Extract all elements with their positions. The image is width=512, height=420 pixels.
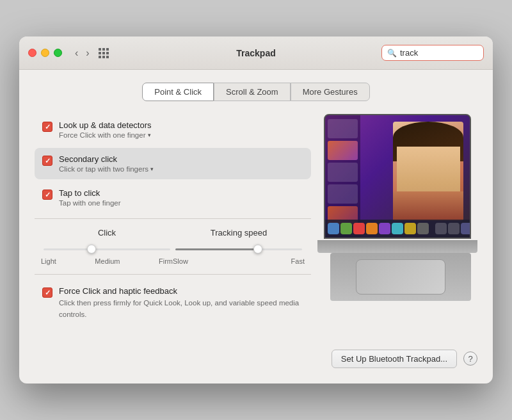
- secondary-click-title: Secondary click: [59, 154, 303, 164]
- setting-secondary-click: Secondary click Click or tap with two fi…: [35, 148, 311, 179]
- main-area: Look up & data detectors Force Click wit…: [35, 114, 477, 327]
- search-icon: 🔍: [387, 49, 397, 58]
- grid-view-icon[interactable]: [99, 48, 109, 58]
- main-content: Point & Click Scroll & Zoom More Gesture…: [19, 70, 493, 384]
- setting-lookup: Look up & data detectors Force Click wit…: [35, 114, 311, 145]
- tracking-slider-line: [175, 248, 302, 250]
- screen-dock: [325, 220, 470, 238]
- tracking-slider-thumb[interactable]: [253, 245, 262, 254]
- photo-clothing: [393, 191, 463, 222]
- click-slider-min: Light: [41, 257, 56, 265]
- grid-dot: [102, 48, 105, 51]
- tab-bar: Point & Click Scroll & Zoom More Gesture…: [35, 83, 477, 101]
- force-click-section: Force Click and haptic feedback Click th…: [35, 280, 311, 327]
- sidebar-thumb: [328, 184, 358, 204]
- click-slider-max: Firm: [159, 257, 173, 265]
- grid-dot: [99, 48, 101, 51]
- force-click-checkbox[interactable]: [42, 287, 52, 298]
- bluetooth-trackpad-button[interactable]: Set Up Bluetooth Trackpad...: [332, 350, 457, 368]
- tab-more-gestures[interactable]: More Gestures: [291, 83, 370, 101]
- grid-dot: [102, 52, 105, 54]
- tab-scroll-zoom[interactable]: Scroll & Zoom: [214, 83, 291, 101]
- tracking-slider-group: Tracking speed Slow Fast: [173, 228, 305, 265]
- dock-right: [461, 223, 471, 234]
- grid-dot: [106, 52, 109, 54]
- click-slider-labels: Light Medium Firm: [41, 257, 173, 265]
- macbook-preview: [324, 114, 477, 306]
- bottom-area: Set Up Bluetooth Trackpad... ?: [35, 339, 477, 368]
- secondary-click-checkbox[interactable]: [42, 156, 52, 166]
- force-click-description: Click then press firmly for Quick Look, …: [59, 298, 303, 320]
- lookup-checkbox[interactable]: [42, 122, 52, 132]
- dock-icon: [353, 223, 365, 234]
- click-slider-line: [44, 248, 170, 250]
- macbook-screen: [324, 114, 471, 239]
- tracking-slider-track: [173, 243, 305, 255]
- click-slider-group: Click Light Medium Firm: [41, 228, 173, 265]
- grid-dot: [106, 56, 109, 58]
- dock-icon: [417, 223, 429, 234]
- help-button[interactable]: ?: [463, 351, 477, 366]
- back-button[interactable]: ‹: [72, 46, 81, 60]
- close-button[interactable]: [28, 49, 36, 57]
- tab-point-click[interactable]: Point & Click: [142, 83, 214, 101]
- lookup-dropdown-arrow[interactable]: ▾: [148, 132, 151, 138]
- screen-photo: [393, 122, 463, 221]
- dock-icon: [379, 223, 390, 234]
- dock-icon: [461, 223, 471, 234]
- click-slider-thumb[interactable]: [87, 245, 96, 254]
- tap-to-click-title: Tap to click: [59, 188, 303, 198]
- click-slider-label: Click: [41, 228, 173, 238]
- macbook-trackpad-area: [330, 253, 471, 301]
- grid-dot: [99, 52, 101, 54]
- sliders-area: Click Light Medium Firm: [35, 228, 311, 265]
- search-input[interactable]: [400, 48, 493, 58]
- grid-dot: [106, 48, 109, 51]
- dock-icon: [328, 223, 339, 234]
- dock-icon: [435, 223, 447, 234]
- lookup-title: Look up & data detectors: [59, 120, 303, 130]
- search-box[interactable]: 🔍 ✕: [381, 45, 484, 61]
- titlebar: ‹ › Trackpad 🔍 ✕: [19, 36, 493, 70]
- dock-icon: [392, 223, 403, 234]
- tap-to-click-checkbox[interactable]: [42, 190, 52, 200]
- tap-to-click-subtitle: Tap with one finger: [59, 199, 303, 207]
- preview-panel: [324, 114, 477, 306]
- macbook-body: [317, 240, 477, 253]
- secondary-click-dropdown-arrow[interactable]: ▾: [150, 166, 154, 172]
- grid-dot: [99, 56, 101, 58]
- trackpad-surface: [356, 259, 445, 295]
- secondary-click-subtitle: Click or tap with two fingers ▾: [59, 165, 303, 173]
- maximize-button[interactable]: [54, 49, 62, 57]
- dock-icon: [448, 223, 460, 234]
- tracking-slider-min: Slow: [173, 257, 188, 265]
- dock-icon: [340, 223, 352, 234]
- system-preferences-window: ‹ › Trackpad 🔍 ✕ Point & Click: [19, 36, 493, 384]
- tracking-slider-labels: Slow Fast: [173, 257, 305, 265]
- sidebar-thumb: [328, 119, 358, 138]
- traffic-lights: [28, 49, 62, 57]
- dock-icon: [366, 223, 378, 234]
- click-slider-track: [41, 243, 173, 255]
- tracking-slider-label: Tracking speed: [173, 228, 305, 238]
- dock-icon: [404, 223, 416, 234]
- grid-dot: [102, 56, 105, 58]
- minimize-button[interactable]: [41, 49, 49, 57]
- forward-button[interactable]: ›: [83, 46, 92, 60]
- sidebar-thumb: [328, 163, 358, 182]
- setting-tap-to-click: Tap to click Tap with one finger: [35, 182, 311, 213]
- nav-arrows: ‹ ›: [72, 46, 92, 60]
- sidebar-thumb-active: [328, 141, 358, 160]
- force-click-title: Force Click and haptic feedback: [59, 286, 303, 296]
- tracking-slider-max: Fast: [291, 257, 305, 265]
- settings-panel: Look up & data detectors Force Click wit…: [35, 114, 311, 327]
- click-slider-mid: Medium: [95, 257, 120, 265]
- window-title: Trackpad: [236, 48, 275, 58]
- lookup-subtitle: Force Click with one finger ▾: [59, 131, 303, 139]
